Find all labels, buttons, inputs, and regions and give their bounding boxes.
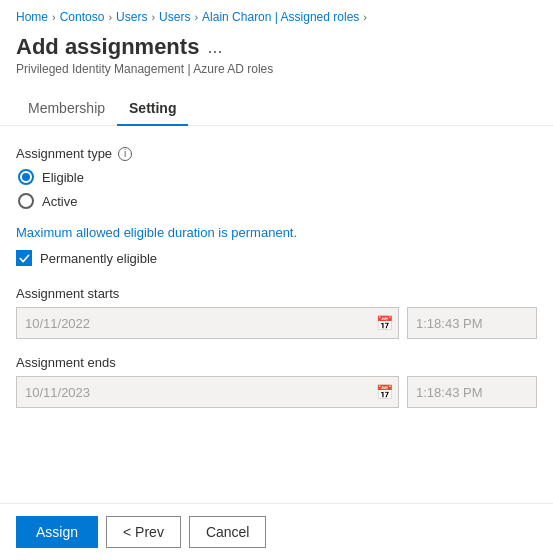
assignment-starts-section: Assignment starts 📅 bbox=[16, 286, 537, 339]
ends-date-input[interactable] bbox=[16, 376, 399, 408]
assignment-type-info-icon[interactable]: i bbox=[118, 147, 132, 161]
starts-date-input[interactable] bbox=[16, 307, 399, 339]
footer: Assign < Prev Cancel bbox=[0, 503, 553, 560]
cancel-button[interactable]: Cancel bbox=[189, 516, 267, 548]
page-subtitle: Privileged Identity Management | Azure A… bbox=[16, 62, 537, 76]
radio-active[interactable]: Active bbox=[18, 193, 537, 209]
permanently-eligible-row: Permanently eligible bbox=[16, 250, 537, 266]
assignment-starts-row: 📅 bbox=[16, 307, 537, 339]
page-title-text: Add assignments bbox=[16, 34, 199, 60]
content-area: Assignment type i Eligible Active Maximu… bbox=[0, 126, 553, 444]
breadcrumb-sep-3: › bbox=[151, 11, 155, 23]
prev-button[interactable]: < Prev bbox=[106, 516, 181, 548]
breadcrumb-sep-1: › bbox=[52, 11, 56, 23]
permanently-eligible-checkbox[interactable] bbox=[16, 250, 32, 266]
breadcrumb-assigned-roles[interactable]: Alain Charon | Assigned roles bbox=[202, 10, 359, 24]
info-message: Maximum allowed eligible duration is per… bbox=[16, 225, 537, 240]
permanently-eligible-label: Permanently eligible bbox=[40, 251, 157, 266]
breadcrumb: Home › Contoso › Users › Users › Alain C… bbox=[0, 0, 553, 30]
breadcrumb-users1[interactable]: Users bbox=[116, 10, 147, 24]
ends-time-input[interactable] bbox=[407, 376, 537, 408]
radio-group-assignment-type: Eligible Active bbox=[18, 169, 537, 209]
page-header: Add assignments ... Privileged Identity … bbox=[0, 30, 553, 84]
assignment-type-group: Assignment type i Eligible Active bbox=[16, 146, 537, 209]
assign-button[interactable]: Assign bbox=[16, 516, 98, 548]
page-container: Home › Contoso › Users › Users › Alain C… bbox=[0, 0, 553, 560]
assignment-ends-row: 📅 bbox=[16, 376, 537, 408]
assignment-starts-label: Assignment starts bbox=[16, 286, 537, 301]
radio-active-label: Active bbox=[42, 194, 77, 209]
breadcrumb-home[interactable]: Home bbox=[16, 10, 48, 24]
assignment-type-label-text: Assignment type bbox=[16, 146, 112, 161]
radio-active-circle[interactable] bbox=[18, 193, 34, 209]
assignment-ends-label: Assignment ends bbox=[16, 355, 537, 370]
page-title-ellipsis[interactable]: ... bbox=[207, 37, 222, 58]
assignment-ends-section: Assignment ends 📅 bbox=[16, 355, 537, 408]
breadcrumb-sep-5: › bbox=[363, 11, 367, 23]
breadcrumb-contoso[interactable]: Contoso bbox=[60, 10, 105, 24]
tab-membership[interactable]: Membership bbox=[16, 92, 117, 126]
breadcrumb-sep-2: › bbox=[108, 11, 112, 23]
starts-time-input[interactable] bbox=[407, 307, 537, 339]
page-title: Add assignments ... bbox=[16, 34, 537, 60]
radio-eligible[interactable]: Eligible bbox=[18, 169, 537, 185]
starts-date-wrap: 📅 bbox=[16, 307, 399, 339]
check-icon bbox=[19, 253, 30, 264]
assignment-type-label: Assignment type i bbox=[16, 146, 537, 161]
breadcrumb-users2[interactable]: Users bbox=[159, 10, 190, 24]
ends-date-wrap: 📅 bbox=[16, 376, 399, 408]
tabs-bar: Membership Setting bbox=[0, 92, 553, 126]
breadcrumb-sep-4: › bbox=[194, 11, 198, 23]
tab-setting[interactable]: Setting bbox=[117, 92, 188, 126]
radio-eligible-label: Eligible bbox=[42, 170, 84, 185]
radio-eligible-circle[interactable] bbox=[18, 169, 34, 185]
